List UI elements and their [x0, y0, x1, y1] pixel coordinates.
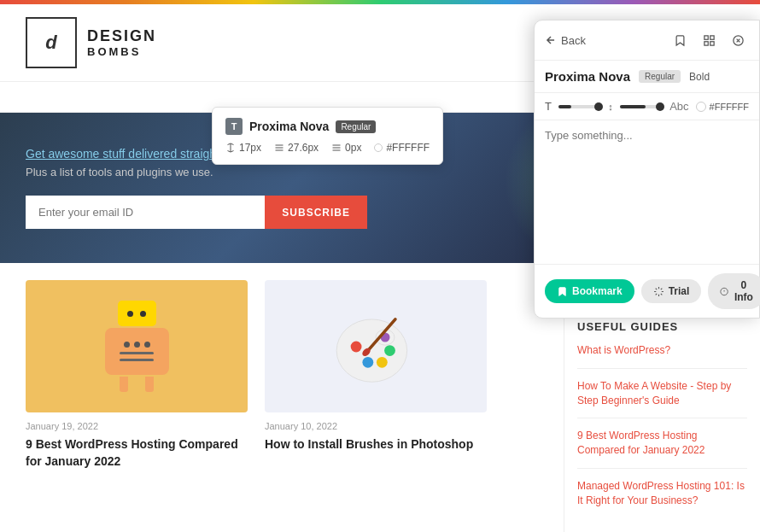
font-tracking-value: 0px [345, 142, 361, 154]
logo-box: d [26, 17, 77, 68]
text-size-slider[interactable] [558, 105, 601, 108]
grid-header-icon[interactable] [698, 29, 720, 51]
sidebar-panel: Back Proxima Nova Regular Bold T [534, 20, 760, 319]
article-card-1: January 19, 2022 9 Best WordPress Hostin… [26, 280, 248, 470]
font-tooltip: T Proxima Nova Regular 17px 27.6px 0px #… [212, 107, 443, 165]
guide-link-1[interactable]: What is WordPress? [577, 343, 747, 369]
font-color-value: #FFFFFF [386, 142, 430, 154]
guide-link-2[interactable]: How To Make A Website - Step by Step Beg… [577, 379, 747, 419]
palette-svg [329, 300, 423, 394]
svg-point-6 [351, 341, 362, 352]
bookmark-btn-icon [557, 286, 568, 297]
panel-controls: T ↕ Abc #FFFFFF [535, 93, 759, 120]
panel-back-label: Back [561, 34, 586, 47]
info-btn-label: 0 Info [733, 279, 754, 303]
panel-font-tag-bold: Bold [689, 71, 710, 83]
font-icon-label: T [231, 121, 237, 132]
text-size-icon: T [545, 100, 552, 113]
bookmark-btn-label: Bookmark [572, 285, 623, 297]
svg-rect-13 [704, 35, 707, 38]
font-tracking: 0px [331, 142, 361, 154]
info-button[interactable]: 0 Info [708, 273, 760, 309]
info-btn-icon [720, 286, 728, 297]
subscribe-form: SUBSCRIBE [26, 196, 367, 229]
line-height-slider[interactable] [620, 105, 663, 108]
guides-title: USEFUL GUIDES [577, 320, 747, 333]
panel-font-info: Proxima Nova Regular Bold [535, 61, 759, 93]
font-lineheight: 27.6px [274, 142, 319, 154]
email-input[interactable] [26, 196, 265, 229]
back-arrow-icon [545, 34, 557, 46]
panel-header-actions [669, 29, 749, 51]
svg-point-8 [377, 356, 388, 367]
line-height-icon: ↕ [608, 102, 613, 112]
guide-link-3[interactable]: 9 Best WordPress Hosting Compared for Ja… [577, 429, 747, 469]
bookmark-header-icon[interactable] [669, 29, 691, 51]
svg-point-7 [362, 356, 373, 367]
panel-back-button[interactable]: Back [545, 34, 586, 47]
font-tooltip-tag: Regular [336, 120, 376, 133]
abc-label: Abc [669, 100, 688, 113]
article-image-1 [26, 280, 248, 412]
font-color-dot [374, 143, 383, 152]
logo-name: DESIGN [87, 27, 156, 45]
trial-btn-label: Trial [669, 285, 690, 297]
bookmark-button[interactable]: Bookmark [545, 279, 634, 303]
article-date-2: January 10, 2022 [265, 421, 487, 431]
color-hex: #FFFFFF [710, 102, 749, 112]
line-height-slider-fill [620, 105, 646, 108]
panel-textarea[interactable] [545, 129, 749, 255]
svg-point-9 [384, 345, 395, 356]
article-card-2: January 10, 2022 How to Install Brushes … [265, 280, 487, 470]
article-image-2 [265, 280, 487, 412]
panel-bottom-buttons: Bookmark Trial 0 Info [535, 264, 759, 318]
logo-area: d DESIGN BOMBS [26, 17, 156, 68]
close-header-icon[interactable] [727, 29, 749, 51]
color-circle [696, 102, 706, 112]
logo-text: DESIGN BOMBS [87, 27, 156, 58]
text-size-slider-fill [558, 105, 571, 108]
svg-rect-14 [710, 35, 713, 38]
font-height: 17px [225, 142, 261, 154]
svg-rect-16 [710, 41, 713, 44]
article-title-2[interactable]: How to Install Brushes in Photoshop [265, 436, 487, 453]
useful-guides-section: USEFUL GUIDES What is WordPress? How To … [564, 307, 760, 532]
color-indicator: #FFFFFF [696, 102, 749, 112]
font-lineheight-value: 27.6px [288, 142, 319, 154]
article-date-1: January 19, 2022 [26, 421, 248, 431]
panel-textarea-area [535, 120, 759, 264]
trial-btn-icon [653, 286, 664, 297]
font-height-value: 17px [239, 142, 261, 154]
logo-sub: BOMBS [87, 45, 156, 58]
text-size-slider-thumb [594, 102, 603, 111]
article-title-1[interactable]: 9 Best WordPress Hosting Compared for Ja… [26, 436, 248, 470]
font-icon: T [225, 118, 243, 135]
panel-font-name: Proxima Nova [545, 69, 630, 84]
font-color: #FFFFFF [374, 142, 430, 154]
svg-rect-15 [704, 41, 707, 44]
website-area: d DESIGN BOMBS FREEBIES DEALS [0, 4, 760, 532]
font-tooltip-name: Proxima Nova [249, 120, 329, 133]
font-tooltip-details: 17px 27.6px 0px #FFFFFF [225, 142, 430, 154]
line-height-slider-thumb [656, 102, 664, 111]
panel-font-tag-regular: Regular [639, 70, 681, 83]
font-tooltip-header: T Proxima Nova Regular [225, 118, 430, 135]
logo-letter: d [45, 32, 56, 54]
trial-button[interactable]: Trial [641, 279, 702, 303]
guide-link-4[interactable]: Managed WordPress Hosting 101: Is It Rig… [577, 479, 747, 518]
subscribe-button[interactable]: SUBSCRIBE [265, 196, 367, 229]
svg-point-4 [336, 319, 407, 381]
panel-header: Back [535, 20, 759, 61]
